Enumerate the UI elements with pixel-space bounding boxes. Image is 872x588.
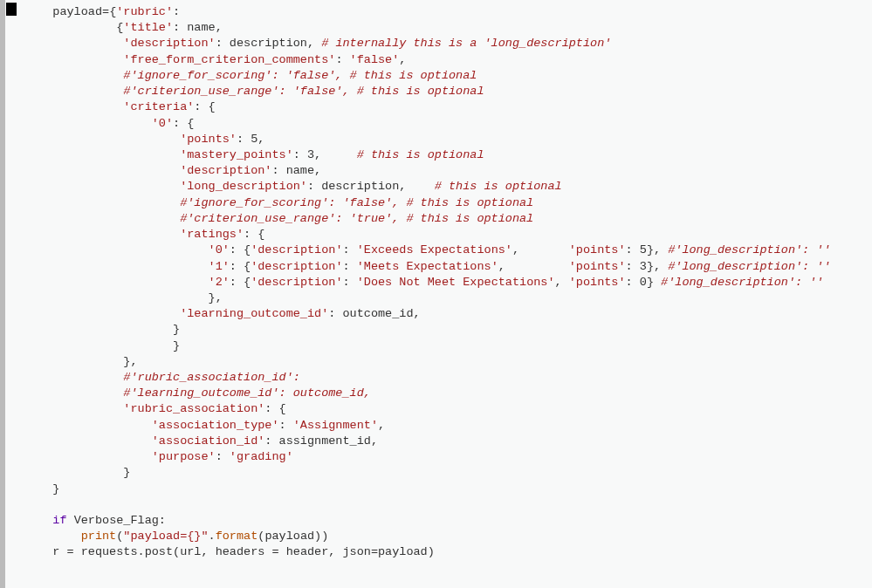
token: . [209, 530, 216, 543]
token: json [343, 545, 371, 558]
token: '1' [209, 260, 230, 273]
token: : [173, 21, 187, 34]
code-line: } [0, 338, 872, 354]
token: }, [123, 355, 137, 368]
token: name [187, 21, 215, 34]
token: }, [209, 291, 223, 304]
token: : [626, 260, 640, 273]
token: : { [244, 228, 264, 241]
token: "payload={}" [123, 530, 208, 543]
token: 'description' [251, 276, 342, 289]
token: payload [264, 530, 314, 543]
token: 'learning_outcome_id' [180, 307, 328, 320]
code-line: 'association_id': assignment_id, [0, 434, 872, 449]
token: , [314, 164, 321, 177]
token: 'points' [569, 276, 626, 289]
token: r [52, 545, 66, 558]
token: 5 [640, 243, 647, 256]
token: name [286, 164, 314, 177]
token: description [321, 180, 399, 193]
code-line: } [0, 322, 872, 338]
token: #'long_description': '' [661, 276, 823, 289]
token: , [216, 21, 223, 34]
token: = [67, 545, 81, 558]
token: # internally this is a 'long_description… [321, 37, 611, 50]
code-line: #'ignore_for_scoring': 'false', # this i… [0, 68, 872, 84]
token: 'association_id' [152, 434, 265, 448]
token: : { [230, 243, 251, 256]
code-line: '2': {'description': 'Does Not Meet Expe… [0, 275, 872, 291]
token: 0 [640, 276, 647, 289]
token: 'description' [123, 37, 215, 50]
code-line: } [0, 465, 872, 481]
token: : { [230, 260, 251, 273]
token: headers [216, 545, 272, 558]
code-line: #'learning_outcome_id': outcome_id, [0, 386, 872, 401]
token: print [81, 530, 117, 543]
token: 'Does Not Meet Expectations' [357, 276, 555, 289]
token: , [257, 133, 264, 146]
token: # this is optional [435, 180, 562, 193]
token: }, [647, 260, 668, 273]
token: #'long_description': '' [668, 243, 830, 256]
token: description [230, 37, 307, 50]
token: 'association_type' [152, 419, 279, 432]
token: 'long_description' [180, 180, 307, 193]
token: : [626, 276, 640, 289]
token: : [343, 260, 357, 273]
token: : [237, 133, 251, 146]
token: 'points' [180, 133, 237, 146]
token: 'rubric' [116, 5, 173, 18]
token: 3 [307, 148, 314, 161]
token: Verbose_Flag [74, 514, 159, 527]
token: #'ignore_for_scoring': 'false', # this i… [180, 196, 533, 209]
code-line: }, [0, 291, 872, 306]
code-line: '0': {'description': 'Exceeds Expectatio… [0, 243, 872, 258]
token: : { [194, 100, 215, 113]
token: 'Meets Expectations' [357, 260, 498, 273]
token: : { [173, 117, 194, 130]
token: #'criterion_use_range': 'false', # this … [123, 85, 484, 98]
token: : [343, 243, 357, 256]
code-line: #'ignore_for_scoring': 'false', # this i… [0, 195, 872, 211]
code-line: '0': { [0, 116, 872, 132]
token: format [216, 530, 258, 543]
token: 3 [640, 260, 647, 273]
token [67, 514, 74, 527]
token: #'long_description': '' [668, 260, 830, 273]
code-line: 'free_form_criterion_comments': 'false', [0, 52, 872, 68]
code-line: 'description': name, [0, 163, 872, 179]
token: , [378, 419, 385, 432]
token: 'false' [350, 53, 400, 66]
token: : [626, 243, 640, 256]
token: : [216, 37, 230, 50]
token: '0' [152, 117, 173, 130]
token: header [286, 545, 329, 558]
token: #'ignore_for_scoring': 'false', # this i… [123, 69, 477, 82]
token: = [271, 545, 285, 558]
token: } [647, 276, 661, 289]
code-line: 'description': description, # internally… [0, 36, 872, 51]
token: = [371, 545, 378, 558]
token: : [293, 148, 307, 161]
token: , [328, 545, 342, 558]
token: assignment_id [279, 434, 371, 448]
token: #'learning_outcome_id': outcome_id, [123, 386, 371, 400]
token: : [343, 276, 357, 289]
token: 'rubric_association' [123, 402, 264, 415]
code-block: payload={'rubric': {'title': name, 'desc… [0, 0, 872, 570]
code-line: 'association_type': 'Assignment', [0, 418, 872, 434]
token: , [555, 276, 569, 289]
token: : [159, 514, 166, 527]
token: 'points' [569, 260, 626, 273]
token: outcome_id [342, 307, 413, 320]
token: . [138, 545, 145, 558]
token: 'criteria' [123, 100, 194, 113]
code-line: 'long_description': description, # this … [0, 179, 872, 195]
token: , [314, 148, 357, 161]
code-line: 'rubric_association': { [0, 401, 872, 417]
token [31, 498, 38, 511]
code-line: #'rubric_association_id': [0, 370, 872, 386]
token: 'grading' [230, 450, 293, 463]
token: ={ [102, 5, 116, 18]
